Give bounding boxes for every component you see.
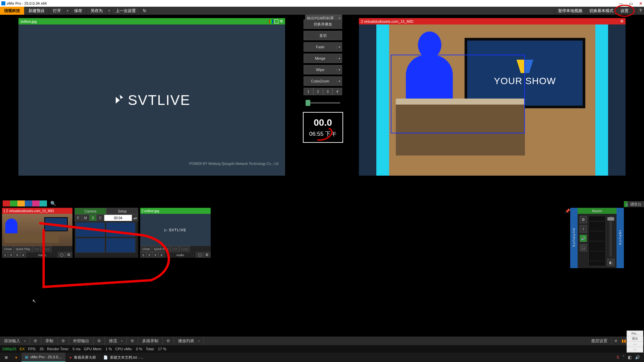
- cubezoom-button[interactable]: CubeZoom▾: [304, 76, 342, 86]
- transition-preset-4[interactable]: 4: [332, 88, 342, 95]
- preview-layout-icon[interactable]: [274, 19, 278, 23]
- maximize-button[interactable]: ▭: [629, 1, 633, 6]
- color-tab-red[interactable]: [3, 200, 10, 206]
- cut-button[interactable]: 直切: [304, 31, 342, 40]
- taskbar-notepad[interactable]: 📄新建文本文档.txt - ...: [100, 353, 147, 362]
- float-row-3[interactable]: ◦ ◦: [627, 342, 643, 347]
- tray-chevron-up-icon[interactable]: ˄: [623, 355, 625, 360]
- tray-sogou-icon[interactable]: S: [616, 355, 619, 360]
- master-mute-button[interactable]: 🔊: [580, 235, 587, 242]
- wipe-dropdown[interactable]: ▾: [336, 68, 342, 71]
- float-row-1[interactable]: Poi...: [627, 331, 643, 336]
- input2-overlay-3[interactable]: 3: [152, 252, 158, 258]
- color-tab-green[interactable]: [10, 200, 17, 206]
- input2-overlay-1[interactable]: 1: [140, 252, 146, 258]
- cam-angle-3[interactable]: [75, 238, 105, 253]
- layout-list-icon[interactable]: ≡: [612, 337, 620, 345]
- settings-button[interactable]: 设置: [617, 7, 632, 15]
- record-gear-icon[interactable]: [58, 337, 69, 345]
- brand-button[interactable]: 强视科技: [0, 7, 24, 15]
- close-window-button[interactable]: ✕: [639, 1, 643, 6]
- cam-c-button[interactable]: C: [97, 215, 104, 221]
- cam-m-button[interactable]: M: [82, 215, 89, 221]
- stream-button[interactable]: 推流: [105, 337, 127, 345]
- float-row-2[interactable]: 退出: [627, 336, 643, 342]
- taskbar-recorder[interactable]: ●毒霸录屏大师: [66, 353, 99, 362]
- color-tab-orange[interactable]: [17, 200, 25, 206]
- open-dropdown[interactable]: ▼: [65, 7, 70, 15]
- transition-preset-1[interactable]: 1: [304, 88, 313, 95]
- input1-quickplay-button[interactable]: Quick Play: [14, 246, 32, 252]
- input1-close-button[interactable]: Close: [2, 246, 14, 252]
- wipe-button[interactable]: Wipe▾: [304, 65, 342, 74]
- cam-time-field[interactable]: 00:04: [104, 215, 132, 221]
- input1-audio-button[interactable]: Audio: [26, 252, 58, 258]
- multicorder-gear-icon[interactable]: [163, 337, 174, 345]
- input2-preview-icon[interactable]: [196, 252, 203, 258]
- input2-loop-button[interactable]: Loop: [179, 246, 190, 252]
- input2-cut-button[interactable]: Cut: [170, 246, 179, 252]
- input1-overlay-2[interactable]: 2: [8, 252, 14, 258]
- pin-icon[interactable]: 📌: [565, 208, 570, 214]
- cam-s-button[interactable]: S: [89, 215, 97, 221]
- merge-dropdown[interactable]: ▾: [336, 57, 342, 60]
- input2-overlay-2[interactable]: 2: [146, 252, 152, 258]
- external-output-button[interactable]: 外部输出: [69, 337, 94, 345]
- layer-bounding-box[interactable]: [391, 55, 525, 133]
- pause-local-video-button[interactable]: 暂停本地视频: [554, 7, 586, 15]
- master-gear-icon[interactable]: [580, 216, 587, 223]
- new-preset-button[interactable]: 新建预设: [24, 7, 49, 15]
- transition-preset-3[interactable]: 3: [323, 88, 333, 95]
- input2-quickplay-button[interactable]: Quick Play: [152, 246, 170, 252]
- settings-dropdown[interactable]: ▼: [632, 7, 637, 15]
- master-info-button[interactable]: i: [580, 225, 587, 233]
- fade-dropdown[interactable]: ▾: [336, 46, 342, 49]
- switch-and-play-button[interactable]: 切换并播放: [304, 19, 342, 29]
- help-button[interactable]: ?: [637, 7, 644, 15]
- minimize-button[interactable]: —: [619, 1, 623, 6]
- add-input-gear-icon[interactable]: [30, 337, 41, 345]
- external-gear-icon[interactable]: [94, 337, 105, 345]
- save-as-dropdown[interactable]: ▼: [107, 7, 112, 15]
- fade-button[interactable]: Fade▾: [304, 42, 342, 52]
- input2-audio-button[interactable]: Audio: [164, 252, 196, 258]
- search-icon[interactable]: 🔍: [50, 201, 56, 206]
- open-button[interactable]: 打开: [49, 7, 65, 15]
- tray-network-icon[interactable]: ◧: [628, 355, 632, 360]
- switch-basic-mode-button[interactable]: 切换基本模式: [586, 7, 617, 15]
- setup-tab[interactable]: Setup: [106, 208, 138, 215]
- color-tab-blue[interactable]: [25, 200, 32, 206]
- tray-volume-icon[interactable]: 🔊: [635, 355, 640, 360]
- cam-angle-4[interactable]: [106, 238, 136, 253]
- input1-loop-button[interactable]: Loop: [41, 246, 52, 252]
- input1-gear-icon[interactable]: [65, 252, 72, 258]
- multicorder-button[interactable]: 多路录制: [138, 337, 163, 345]
- input2-gear-icon[interactable]: [203, 252, 211, 258]
- master-fader[interactable]: [609, 216, 612, 257]
- program-gear-icon[interactable]: [620, 19, 624, 23]
- preview-gear-icon[interactable]: [280, 19, 283, 23]
- color-tab-magenta[interactable]: [32, 200, 40, 206]
- cam-time-stepper[interactable]: ▴▾: [132, 215, 138, 221]
- save-button[interactable]: 保存: [70, 7, 87, 15]
- cubezoom-dropdown[interactable]: ▾: [336, 80, 342, 83]
- color-tab-teal[interactable]: [40, 200, 47, 206]
- input2-thumbnail[interactable]: ▷ SVTLIVE: [140, 214, 211, 246]
- taskbar-vmix[interactable]: ▦vMix Pro - 25.0.0....: [21, 353, 65, 362]
- stream-gear-icon[interactable]: [127, 337, 138, 345]
- cam-angle-1[interactable]: [75, 222, 105, 237]
- float-row-4[interactable]: ◦ ◦: [627, 347, 643, 352]
- merge-button[interactable]: Merge▾: [304, 54, 342, 63]
- master-headphones-icon[interactable]: 🎧: [580, 244, 587, 251]
- input1-overlay-3[interactable]: 3: [14, 252, 20, 258]
- input2-close-button[interactable]: Close: [140, 246, 152, 252]
- camera-tab[interactable]: Camera: [74, 208, 106, 215]
- input1-overlay-1[interactable]: 1: [2, 252, 8, 258]
- playlist-button[interactable]: 播放列表: [174, 337, 204, 345]
- refresh-button[interactable]: ↻: [140, 7, 149, 15]
- input1-overlay-4[interactable]: 4: [20, 252, 26, 258]
- last-settings-button[interactable]: 上一次设置: [112, 7, 140, 15]
- cam-f-button[interactable]: F: [74, 215, 82, 221]
- save-as-button[interactable]: 另存为: [87, 7, 107, 15]
- mixer-toggle-button[interactable]: 调音台: [628, 201, 644, 207]
